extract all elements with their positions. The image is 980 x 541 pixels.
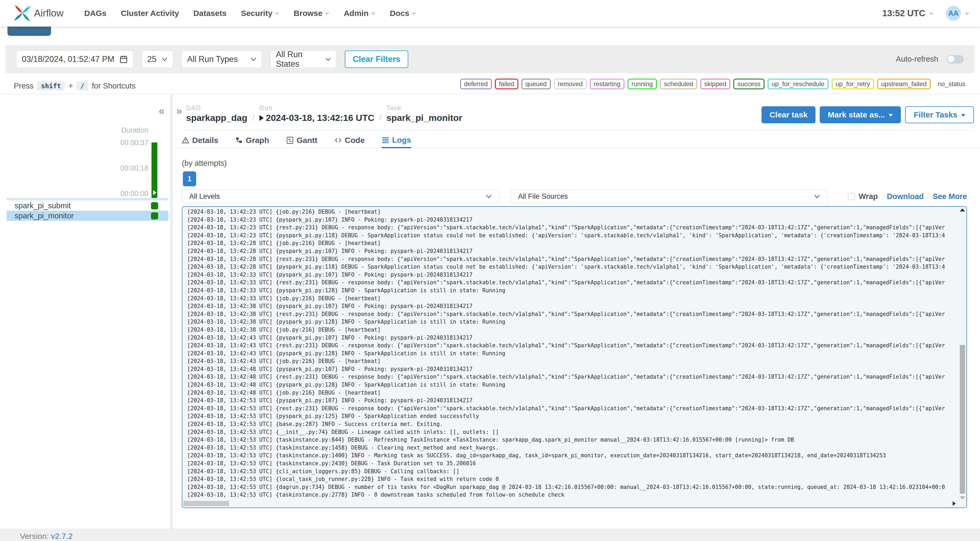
- task-link[interactable]: spark_pi_monitor: [387, 113, 462, 123]
- horizontal-scrollbar[interactable]: [183, 501, 957, 506]
- auto-refresh-toggle[interactable]: [947, 55, 964, 64]
- chevron-down-icon: [961, 114, 966, 117]
- divider: [0, 94, 980, 94]
- run-states-value: All Run States: [276, 51, 321, 68]
- tab-gantt[interactable]: Gantt: [286, 133, 317, 148]
- scroll-right-arrow-icon[interactable]: [953, 501, 956, 506]
- state-badge: deferred: [460, 79, 492, 89]
- horizontal-scrollbar-thumb[interactable]: [183, 501, 229, 506]
- breadcrumb-dag: DAG sparkapp_dag: [186, 104, 247, 123]
- clipped-return-button[interactable]: [8, 27, 51, 36]
- calendar-icon: [119, 55, 127, 64]
- file-source-select[interactable]: All File Sources: [511, 189, 827, 204]
- task-status-square[interactable]: [151, 212, 158, 220]
- run-type-manual-icon: [259, 115, 264, 121]
- task-row-spark-pi-monitor[interactable]: spark_pi_monitor: [6, 211, 168, 221]
- clear-task-button[interactable]: Clear task: [762, 106, 816, 123]
- nav-item[interactable]: Docs: [390, 9, 416, 18]
- expand-panel-icon[interactable]: »: [176, 105, 182, 116]
- state-badge: success: [733, 79, 764, 89]
- breadcrumb-task: Task spark_pi_monitor: [387, 104, 462, 123]
- graph-icon: [235, 137, 243, 144]
- run-timestamp: 2024-03-18, 13:42:16 UTC: [266, 113, 374, 123]
- avatar: AA: [946, 6, 961, 21]
- clear-filters-button[interactable]: Clear Filters: [345, 51, 408, 68]
- nav-item[interactable]: Security: [241, 9, 279, 18]
- user-menu[interactable]: AA: [946, 6, 969, 21]
- dag-link[interactable]: sparkapp_dag: [186, 113, 247, 123]
- nav-item-label: Docs: [390, 9, 409, 18]
- version-link[interactable]: v2.7.2: [51, 532, 73, 541]
- log-level-value: All Levels: [189, 193, 220, 200]
- wrap-checkbox[interactable]: [848, 193, 855, 200]
- mark-state-label: Mark state as...: [828, 110, 885, 119]
- collapse-sidebar-icon[interactable]: «: [159, 105, 164, 116]
- scroll-up-arrow-icon[interactable]: [960, 208, 965, 212]
- run-duration-bar[interactable]: [151, 142, 158, 198]
- filter-tasks-button[interactable]: Filter Tasks: [905, 106, 974, 123]
- tab-logs[interactable]: Logs: [382, 133, 411, 148]
- page-size-select[interactable]: 25: [142, 51, 173, 68]
- log-text[interactable]: [2024-03-18, 13:42:23 UTC] {job.py:216} …: [187, 208, 958, 500]
- nav-item[interactable]: Cluster Activity: [121, 9, 179, 18]
- state-badge: upstream_failed: [877, 79, 931, 89]
- nav-item[interactable]: DAGs: [84, 9, 106, 18]
- log-level-select[interactable]: All Levels: [182, 189, 499, 204]
- state-legend: deferred failed queued removed restartin…: [460, 79, 969, 89]
- tab-graph[interactable]: Graph: [235, 133, 269, 148]
- duration-axis-label: Duration: [121, 126, 148, 134]
- plus-sign: +: [68, 81, 73, 90]
- chevron-down-icon: [889, 114, 893, 117]
- run-states-select[interactable]: All Run States: [270, 51, 336, 68]
- log-output-panel: [2024-03-18, 13:42:23 UTC] {job.py:216} …: [182, 206, 967, 508]
- task-label: Task: [387, 104, 462, 112]
- nav-item-label: Admin: [344, 9, 368, 18]
- file-source-value: All File Sources: [518, 193, 568, 200]
- play-icon: [153, 190, 157, 195]
- nav-item-label: Cluster Activity: [121, 9, 179, 18]
- nav-item[interactable]: Datasets: [193, 9, 226, 18]
- airflow-brand[interactable]: Airflow: [14, 5, 64, 22]
- attempt-1-button[interactable]: 1: [183, 171, 196, 186]
- filter-tasks-label: Filter Tasks: [913, 110, 958, 119]
- dag-label: DAG: [186, 104, 247, 112]
- nav-item[interactable]: Browse: [294, 9, 329, 18]
- run-link[interactable]: 2024-03-18, 13:42:16 UTC: [259, 113, 374, 123]
- task-actions: Clear task Mark state as... Filter Tasks: [762, 106, 974, 123]
- breadcrumb-separator: /: [379, 112, 382, 123]
- warning-triangle-icon: [182, 137, 189, 144]
- wrap-toggle[interactable]: Wrap: [848, 192, 878, 201]
- chevron-down-icon: [486, 194, 492, 198]
- log-controls: All Levels All File Sources Wrap Downloa…: [182, 189, 967, 204]
- vertical-scrollbar-thumb[interactable]: [960, 345, 965, 494]
- tab-code[interactable]: Code: [334, 133, 365, 148]
- task-row-spark-pi-submit[interactable]: spark_pi_submit: [6, 201, 168, 210]
- scroll-down-arrow-icon[interactable]: [960, 496, 965, 500]
- log-controls-tail: Wrap Download See More: [848, 192, 967, 201]
- panel-resize-handle[interactable]: [170, 94, 173, 529]
- breadcrumb-separator: /: [252, 112, 255, 123]
- tab-details[interactable]: Details: [182, 133, 218, 148]
- code-icon: [334, 137, 342, 144]
- nav-item-label: DAGs: [84, 9, 106, 18]
- tab-label: Logs: [392, 135, 411, 145]
- task-name: spark_pi_submit: [14, 201, 71, 210]
- see-more-link[interactable]: See More: [933, 192, 967, 201]
- mark-state-as-button[interactable]: Mark state as...: [820, 106, 901, 123]
- toggle-knob: [948, 56, 955, 63]
- chevron-down-icon: [814, 194, 820, 198]
- chevron-down-icon: [325, 13, 329, 16]
- task-status-square[interactable]: [151, 202, 158, 209]
- gantt-icon: [286, 137, 294, 144]
- nav-item[interactable]: Admin: [344, 9, 375, 18]
- vertical-scrollbar[interactable]: [959, 208, 966, 500]
- chevron-down-icon: [929, 13, 934, 16]
- run-label: Run: [259, 104, 374, 112]
- download-link[interactable]: Download: [887, 192, 924, 201]
- chevron-down-icon: [412, 13, 416, 16]
- datetime-filter-input[interactable]: 03/18/2024, 01:52:47 PM: [16, 51, 133, 68]
- run-types-select[interactable]: All Run Types: [181, 51, 262, 68]
- clock-dropdown[interactable]: 13:52 UTC: [883, 8, 934, 18]
- grid-sidebar: « Duration 00:00:37 00:00:18 00:00:00 sp…: [6, 94, 168, 535]
- version-label: Version:: [20, 532, 49, 541]
